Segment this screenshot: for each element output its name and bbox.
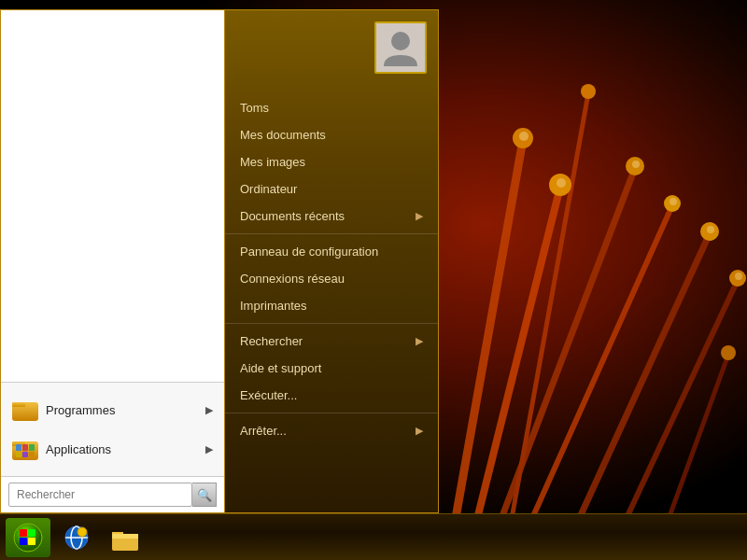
svg-point-12 <box>581 84 596 99</box>
programmes-item[interactable]: Programmes ▶ <box>1 390 224 429</box>
divider-1 <box>225 233 438 234</box>
svg-rect-28 <box>20 538 27 545</box>
username-item[interactable]: Toms <box>225 94 438 121</box>
mes-images-label: Mes images <box>240 155 305 169</box>
aide-support-item[interactable]: Aide et support <box>225 355 438 382</box>
person-icon <box>384 29 417 66</box>
svg-rect-38 <box>112 534 138 539</box>
svg-point-16 <box>519 132 529 141</box>
applications-label: Applications <box>46 442 205 456</box>
svg-point-25 <box>15 525 41 551</box>
documents-recents-item[interactable]: Documents récents ▶ <box>225 203 438 230</box>
mes-images-item[interactable]: Mes images <box>225 148 438 175</box>
svg-point-34 <box>78 527 87 537</box>
imprimantes-label: Imprimantes <box>240 299 307 313</box>
connexions-reseau-label: Connexions réseau <box>240 272 345 286</box>
windows-logo-icon <box>13 523 43 553</box>
search-input[interactable] <box>8 483 192 507</box>
connexions-reseau-item[interactable]: Connexions réseau <box>225 265 438 292</box>
svg-rect-26 <box>20 529 27 537</box>
svg-rect-29 <box>28 538 35 545</box>
right-menu: Toms Mes documents Mes images Ordinateur… <box>225 94 438 512</box>
rechercher-label: Rechercher <box>240 334 303 348</box>
username-label: Toms <box>240 101 269 115</box>
svg-point-13 <box>557 178 566 188</box>
svg-point-22 <box>721 345 736 360</box>
left-panel-bottom: Programmes ▶ Applications ▶ <box>1 382 224 476</box>
explorer-button[interactable] <box>103 518 148 557</box>
applications-arrow: ▶ <box>205 443 213 455</box>
search-button[interactable]: 🔍 <box>192 483 217 507</box>
documents-recents-label: Documents récents <box>240 209 345 223</box>
executer-label: Exécuter... <box>240 388 297 402</box>
divider-3 <box>225 413 438 413</box>
imprimantes-item[interactable]: Imprimantes <box>225 292 438 319</box>
start-button[interactable] <box>6 518 50 557</box>
rechercher-item[interactable]: Rechercher ▶ <box>225 328 438 355</box>
applications-item[interactable]: Applications ▶ <box>1 429 224 469</box>
programmes-label: Programmes <box>46 403 205 417</box>
arreter-item[interactable]: Arrêter... ▶ <box>225 417 438 444</box>
explorer-icon <box>110 523 140 553</box>
mes-documents-label: Mes documents <box>240 128 326 142</box>
aide-support-label: Aide et support <box>240 361 321 375</box>
mes-documents-item[interactable]: Mes documents <box>225 121 438 148</box>
rechercher-arrow: ▶ <box>416 335 423 347</box>
panneau-config-item[interactable]: Panneau de configuration <box>225 238 438 265</box>
ie-icon <box>62 523 92 553</box>
svg-point-14 <box>632 161 640 168</box>
programmes-arrow: ▶ <box>205 404 213 416</box>
applications-icon <box>12 436 38 462</box>
svg-rect-27 <box>28 529 35 537</box>
user-avatar[interactable] <box>374 21 427 74</box>
search-bar: 🔍 <box>1 476 224 512</box>
left-panel-top <box>1 10 224 382</box>
ordinateur-label: Ordinateur <box>240 182 297 196</box>
folder-grid <box>16 444 35 457</box>
arreter-arrow: ▶ <box>416 425 423 437</box>
search-icon: 🔍 <box>197 488 212 502</box>
svg-point-23 <box>391 32 410 50</box>
user-area <box>225 10 438 94</box>
documents-recents-arrow: ▶ <box>416 210 423 222</box>
svg-point-15 <box>669 198 677 205</box>
start-menu: Programmes ▶ Applications ▶ <box>0 9 439 513</box>
svg-point-17 <box>707 226 714 233</box>
ie-button[interactable] <box>54 518 99 557</box>
panneau-config-label: Panneau de configuration <box>240 245 378 259</box>
arreter-label: Arrêter... <box>240 424 287 438</box>
start-menu-left-panel: Programmes ▶ Applications ▶ <box>0 9 224 513</box>
folder-apps-icon <box>12 438 38 460</box>
svg-point-20 <box>735 273 742 280</box>
start-menu-right-panel: Toms Mes documents Mes images Ordinateur… <box>224 9 439 513</box>
ordinateur-item[interactable]: Ordinateur <box>225 175 438 203</box>
divider-2 <box>225 323 438 324</box>
programmes-icon <box>12 397 38 423</box>
executer-item[interactable]: Exécuter... <box>225 382 438 409</box>
folder-icon <box>12 399 38 421</box>
taskbar <box>0 513 747 560</box>
